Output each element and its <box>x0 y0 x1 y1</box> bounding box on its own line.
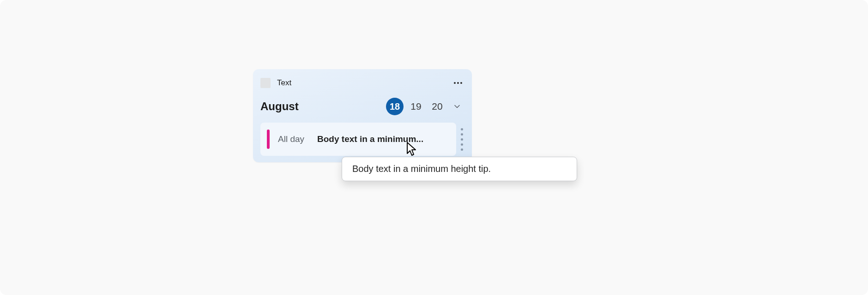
event-time-label: All day <box>278 134 304 144</box>
resize-handle[interactable] <box>459 123 464 156</box>
event-title: Body text in a minimum... <box>317 134 449 144</box>
grip-dot-icon <box>461 133 463 136</box>
widget-title: Text <box>277 78 452 88</box>
event-row[interactable]: All day Body text in a minimum... <box>260 123 456 156</box>
grip-dot-icon <box>461 143 463 146</box>
event-area: All day Body text in a minimum... <box>260 123 464 156</box>
day-option[interactable]: 19 <box>407 98 425 115</box>
more-options-button[interactable] <box>452 77 464 89</box>
month-label: August <box>260 100 382 113</box>
stage: Text August 18 19 20 All day Body te <box>0 0 868 295</box>
expand-days-button[interactable] <box>450 99 464 114</box>
tooltip-text: Body text in a minimum height tip. <box>352 164 491 174</box>
grip-dot-icon <box>461 148 463 151</box>
day-selected[interactable]: 18 <box>386 98 404 115</box>
ellipsis-icon <box>454 82 462 84</box>
grip-dot-icon <box>461 138 463 141</box>
day-option[interactable]: 20 <box>428 98 446 115</box>
month-selector-row: August 18 19 20 <box>260 98 464 115</box>
chevron-down-icon <box>453 103 461 110</box>
calendar-widget: Text August 18 19 20 All day Body te <box>253 69 472 162</box>
tooltip: Body text in a minimum height tip. <box>342 157 577 181</box>
widget-header: Text <box>260 77 464 89</box>
grip-dot-icon <box>461 128 463 130</box>
app-icon-placeholder <box>260 78 271 88</box>
event-accent-bar <box>267 130 270 149</box>
